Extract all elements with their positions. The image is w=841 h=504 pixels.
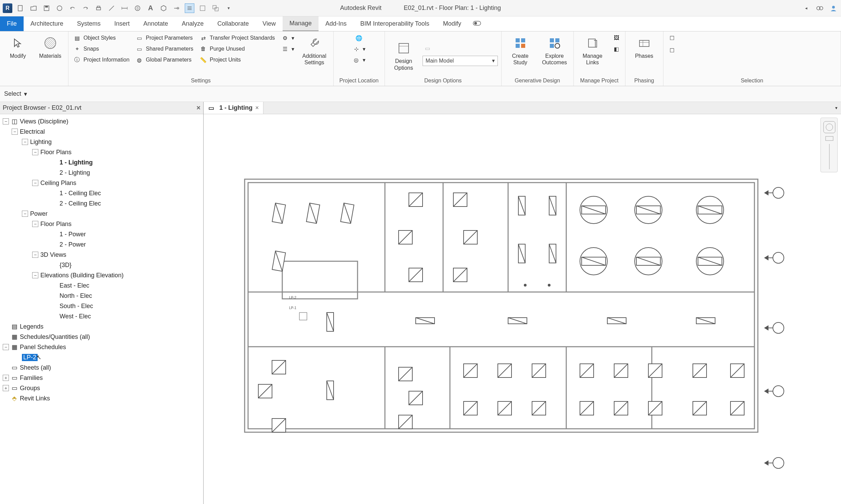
tab-annotate[interactable]: Annotate — [137, 16, 175, 31]
tree-2-ceiling[interactable]: 2 - Ceiling Elec — [1, 198, 202, 209]
undo-icon[interactable] — [68, 3, 77, 13]
tab-architecture[interactable]: Architecture — [24, 16, 70, 31]
tab-addins[interactable]: Add-Ins — [319, 16, 353, 31]
qat-dropdown-icon[interactable]: ▾ — [224, 3, 233, 13]
phases-button[interactable]: Phases — [629, 34, 660, 59]
tree-legends[interactable]: ▤Legends — [1, 321, 202, 332]
filter-toggle-icon[interactable] — [468, 16, 486, 31]
tree-power[interactable]: −Power — [1, 209, 202, 219]
sync-icon[interactable] — [55, 3, 64, 13]
redo-icon[interactable] — [81, 3, 90, 13]
collapse-icon[interactable]: − — [32, 272, 38, 278]
design-options-combo[interactable]: Main Model ▾ — [423, 56, 498, 66]
collapse-icon[interactable]: − — [3, 344, 9, 350]
tree-views-root[interactable]: −◫Views (Discipline) — [1, 116, 202, 127]
tab-view[interactable]: View — [256, 16, 283, 31]
purge-unused-button[interactable]: 🗑Purge Unused — [198, 44, 276, 53]
coordinates-button[interactable]: ⊹▾ — [351, 44, 367, 53]
collapse-icon[interactable]: − — [22, 211, 28, 217]
tree-panel-schedules[interactable]: −▦Panel Schedules — [1, 342, 202, 352]
tree-1-power[interactable]: 1 - Power — [1, 229, 202, 239]
project-information-button[interactable]: ⓘProject Information — [72, 55, 131, 64]
revit-logo-icon[interactable]: R — [3, 3, 12, 13]
tree-ceiling-plans[interactable]: −Ceiling Plans — [1, 178, 202, 188]
tab-manage[interactable]: Manage — [283, 16, 319, 31]
collapse-icon[interactable]: − — [32, 149, 38, 155]
tree-north[interactable]: North - Elec — [1, 291, 202, 301]
canvas[interactable]: LP-2 LP-1 — [204, 114, 841, 504]
default-3d-icon[interactable] — [159, 3, 168, 13]
tree-electrical[interactable]: −Electrical — [1, 127, 202, 137]
object-styles-button[interactable]: ▤Object Styles — [72, 34, 131, 42]
view-tabs-menu[interactable]: ▾ — [832, 105, 841, 110]
tree-lighting[interactable]: −Lighting — [1, 137, 202, 147]
create-study-button[interactable]: Create Study — [505, 34, 536, 66]
select-label[interactable]: Select — [4, 90, 21, 97]
manage-images-button[interactable]: 🖼 — [611, 34, 622, 42]
project-parameters-button[interactable]: ▭Project Parameters — [134, 34, 195, 42]
open-icon[interactable] — [29, 3, 38, 13]
tab-systems[interactable]: Systems — [70, 16, 107, 31]
tree-lp2[interactable]: LP-2↖ — [1, 352, 202, 362]
expand-icon[interactable]: + — [3, 375, 9, 381]
global-parameters-button[interactable]: ◍Global Parameters — [134, 55, 195, 64]
tree-sheets[interactable]: ▭Sheets (all) — [1, 362, 202, 373]
tree-2-power[interactable]: 2 - Power — [1, 239, 202, 250]
tab-insert[interactable]: Insert — [107, 16, 137, 31]
additional-settings-button[interactable]: Additional Settings — [299, 34, 330, 66]
thin-lines-highlighted-icon[interactable] — [185, 3, 194, 13]
explore-outcomes-button[interactable]: Explore Outcomes — [539, 34, 570, 66]
switch-windows-icon[interactable] — [211, 3, 220, 13]
decal-types-button[interactable]: ◧ — [611, 44, 622, 53]
expand-icon[interactable]: + — [3, 385, 9, 391]
design-options-button[interactable]: Design Options — [388, 39, 419, 71]
project-units-button[interactable]: 📏Project Units — [198, 55, 276, 64]
tree-power-floor-plans[interactable]: −Floor Plans — [1, 219, 202, 229]
materials-button[interactable]: Materials — [36, 34, 65, 59]
new-icon[interactable] — [16, 3, 25, 13]
add-to-set-button[interactable]: ▭ — [423, 44, 498, 53]
selection-load-button[interactable]: ☐ — [667, 46, 677, 55]
tab-modify[interactable]: Modify — [436, 16, 468, 31]
collapse-icon[interactable]: − — [12, 129, 18, 135]
tree-west[interactable]: West - Elec — [1, 311, 202, 321]
shared-parameters-button[interactable]: ▭Shared Parameters — [134, 44, 195, 53]
collapse-icon[interactable]: − — [22, 139, 28, 145]
measure-icon[interactable] — [107, 3, 116, 13]
close-icon[interactable]: × — [196, 104, 200, 112]
collapse-icon[interactable]: − — [32, 221, 38, 227]
tree-groups[interactable]: +▭Groups — [1, 383, 202, 393]
manage-links-button[interactable]: Manage Links — [577, 34, 608, 66]
transfer-project-standards-button[interactable]: ⇄Transfer Project Standards — [198, 34, 276, 42]
tree-elevations[interactable]: −Elevations (Building Elevation) — [1, 270, 202, 280]
tree-1-ceiling[interactable]: 1 - Ceiling Elec — [1, 188, 202, 198]
dimension-icon[interactable] — [120, 3, 129, 13]
tree-revit-links[interactable]: ⬘Revit Links — [1, 393, 202, 403]
tab-analyze[interactable]: Analyze — [175, 16, 210, 31]
close-hidden-icon[interactable] — [198, 3, 207, 13]
tab-collaborate[interactable]: Collaborate — [210, 16, 256, 31]
tree-south[interactable]: South - Elec — [1, 301, 202, 311]
modify-button[interactable]: Modify — [3, 34, 33, 59]
user-account-icon[interactable] — [829, 3, 838, 13]
user-communicate-icon[interactable] — [815, 3, 825, 13]
tree-1-lighting[interactable]: 1 - Lighting — [1, 157, 202, 168]
tree-floor-plans[interactable]: −Floor Plans — [1, 147, 202, 157]
tag-icon[interactable]: 0 — [133, 3, 142, 13]
navigation-bar[interactable] — [820, 118, 838, 172]
location-button[interactable]: 🌐 — [354, 34, 364, 42]
tree-east[interactable]: East - Elec — [1, 280, 202, 291]
view-tab-1-lighting[interactable]: ▭ 1 - Lighting × — [204, 102, 263, 114]
save-icon[interactable] — [42, 3, 51, 13]
position-button[interactable]: ◎▾ — [351, 55, 367, 64]
settings-dropdown-2[interactable]: ☰▾ — [280, 44, 296, 53]
settings-dropdown-1[interactable]: ⚙▾ — [280, 34, 296, 42]
collapse-icon[interactable]: − — [32, 252, 38, 258]
text-icon[interactable]: A — [146, 3, 155, 13]
tree-3d[interactable]: {3D} — [1, 260, 202, 270]
selection-ids-button[interactable]: ☐ — [667, 34, 677, 42]
tree-3d-views[interactable]: −3D Views — [1, 250, 202, 260]
tab-bim[interactable]: BIM Interoperability Tools — [353, 16, 436, 31]
tree-families[interactable]: +▭Families — [1, 373, 202, 383]
section-icon[interactable] — [172, 3, 181, 13]
